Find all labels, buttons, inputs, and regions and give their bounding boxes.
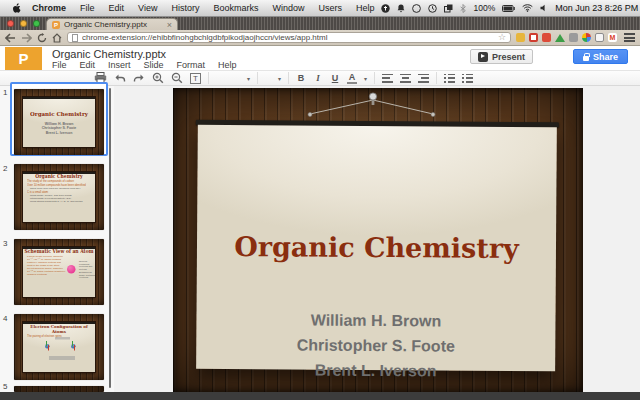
slide-title-text[interactable]: Organic Chemistry <box>197 231 556 265</box>
window-close-button[interactable] <box>7 20 14 27</box>
font-family-dropdown[interactable]: ▾ <box>216 75 250 82</box>
slide-author-text[interactable]: William H. Brown <box>196 311 555 332</box>
toolbar-separator <box>208 72 209 84</box>
menubar-clock[interactable]: Mon Jun 23 8:26 PM <box>555 3 638 13</box>
volume-icon[interactable] <box>540 4 548 12</box>
extension-gray-icon[interactable] <box>569 33 578 42</box>
slide-editor-canvas: Organic Chemistry William H. Brown Chris… <box>114 86 640 392</box>
caption-smudge <box>49 356 75 360</box>
font-size-dropdown[interactable]: ▾ <box>265 75 281 82</box>
zoom-out-icon[interactable] <box>171 72 183 84</box>
extension-orange-icon[interactable] <box>542 33 551 42</box>
menubar-item-help[interactable]: Help <box>349 3 382 13</box>
document-title[interactable]: Organic Chemistry.pptx <box>52 48 166 60</box>
slide-author-text[interactable]: Christopher S. Foote <box>196 336 555 357</box>
text-box-icon[interactable]: T <box>190 73 201 84</box>
forward-button[interactable] <box>21 33 32 43</box>
thumb1-author: William H. Brown <box>23 122 95 126</box>
thumb2-sub: forms strong bonds with C, H, O, N, and … <box>30 200 95 203</box>
menubar-item-window[interactable]: Window <box>265 3 311 13</box>
browser-tab[interactable]: P Organic Chemistry.pptx × <box>46 18 178 30</box>
thumbnail-slide-4[interactable]: Electron Configuration of Atoms The pair… <box>14 314 104 380</box>
text-color-dropdown-icon[interactable]: ▾ <box>364 75 367 82</box>
menubar-item-users[interactable]: Users <box>311 3 349 13</box>
menu-file[interactable]: File <box>52 60 67 70</box>
thumbnail-scrollbar[interactable] <box>109 88 111 388</box>
toolbar-separator <box>436 72 437 84</box>
back-button[interactable] <box>5 33 16 43</box>
menubar-item-bookmarks[interactable]: Bookmarks <box>206 3 265 13</box>
menubar-item-file[interactable]: File <box>73 3 102 13</box>
apple-menu-icon[interactable] <box>12 2 21 15</box>
home-button[interactable] <box>52 33 62 43</box>
spin-up-arrow <box>72 341 73 347</box>
menubar-item-chrome[interactable]: Chrome <box>25 3 73 13</box>
extension-red-badge-icon[interactable] <box>529 33 538 42</box>
chrome-toolbar: chrome-extension://ehibbfinohgbchlgdbfpi… <box>0 30 640 46</box>
underline-button[interactable]: U <box>330 73 340 83</box>
extension-colorful-icon[interactable] <box>582 33 591 42</box>
italic-button[interactable]: I <box>313 73 323 83</box>
numbered-list-button[interactable] <box>444 74 455 83</box>
notifications-bell-icon[interactable] <box>397 4 405 13</box>
bookmark-star-icon[interactable]: ☆ <box>498 33 506 42</box>
redo-icon[interactable] <box>133 73 145 83</box>
thumbnail-slide-1[interactable]: Organic Chemistry William H. Brown Chris… <box>14 89 104 155</box>
bulleted-list-button[interactable] <box>462 74 473 83</box>
thumb3-label: Nucleus containing neutrons and protons <box>79 260 95 270</box>
toolbar-separator <box>374 72 375 84</box>
macos-menubar: Chrome File Edit View History Bookmarks … <box>0 0 640 17</box>
chrome-menu-icon[interactable] <box>624 33 635 42</box>
menu-slide[interactable]: Slide <box>144 60 164 70</box>
thumb3-paragraph: a small dense nucleus, diameter 10⁻¹⁴–10… <box>27 255 66 266</box>
bold-button[interactable]: B <box>296 73 306 83</box>
bluetooth-icon[interactable] <box>460 4 466 13</box>
zoom-in-icon[interactable] <box>152 72 164 84</box>
current-slide[interactable]: Organic Chemistry William H. Brown Chris… <box>173 88 583 392</box>
slide-author-text[interactable]: Brent L. Iverson <box>196 361 555 382</box>
extension-notes-icon[interactable] <box>516 33 525 42</box>
wifi-icon[interactable] <box>522 4 533 12</box>
thumb4-title: Electron Configuration of Atoms <box>23 324 95 334</box>
url-text[interactable]: chrome-extension://ehibbfinohgbchlgdbfpi… <box>82 33 494 42</box>
thumbnail-slide-3[interactable]: Schematic View of an Atom a small dense … <box>14 239 104 305</box>
menu-help[interactable]: Help <box>218 60 237 70</box>
thumb1-title: Organic Chemistry <box>23 111 95 118</box>
menu-edit[interactable]: Edit <box>80 60 96 70</box>
share-button[interactable]: Share <box>573 49 628 64</box>
messages-icon[interactable] <box>412 4 421 13</box>
app-logo[interactable]: P <box>5 47 42 70</box>
text-color-button[interactable]: A <box>347 73 357 84</box>
time-machine-icon[interactable] <box>428 4 437 13</box>
align-left-button[interactable] <box>382 74 393 83</box>
align-right-button[interactable] <box>418 74 429 83</box>
play-icon <box>478 52 488 62</box>
thumb3-paragraph: an extranuclear space, diameter 10⁻¹⁰ m,… <box>27 267 66 275</box>
google-drive-icon[interactable] <box>555 34 565 42</box>
menubar-item-view[interactable]: View <box>131 3 164 13</box>
battery-icon[interactable] <box>502 5 515 12</box>
thumbnail-slide-2[interactable]: Organic Chemistry The study of the compo… <box>14 164 104 230</box>
menu-insert[interactable]: Insert <box>108 60 131 70</box>
window-zoom-button[interactable] <box>33 20 40 27</box>
menubar-item-edit[interactable]: Edit <box>102 3 132 13</box>
undo-icon[interactable] <box>114 73 126 83</box>
chevron-down-icon: ▾ <box>247 75 250 82</box>
thumb-number: 1 <box>3 88 7 97</box>
reload-button[interactable] <box>37 33 47 43</box>
present-button[interactable]: Present <box>470 49 533 64</box>
upload-status-icon[interactable] <box>381 4 390 13</box>
gmail-icon[interactable]: M <box>608 33 617 42</box>
displays-icon[interactable] <box>444 4 453 13</box>
screen-capture-icon[interactable] <box>595 33 604 42</box>
thumb3-title: Schematic View of an Atom <box>23 249 95 254</box>
caption-smudge <box>55 337 70 340</box>
share-label: Share <box>593 52 618 62</box>
align-center-button[interactable] <box>400 74 411 83</box>
tab-title: Organic Chemistry.pptx <box>64 20 163 29</box>
menubar-item-history[interactable]: History <box>164 3 206 13</box>
window-minimize-button[interactable] <box>20 20 27 27</box>
address-bar[interactable]: chrome-extension://ehibbfinohgbchlgdbfpi… <box>67 32 511 43</box>
menu-format[interactable]: Format <box>177 60 206 70</box>
tab-close-icon[interactable]: × <box>167 21 172 29</box>
